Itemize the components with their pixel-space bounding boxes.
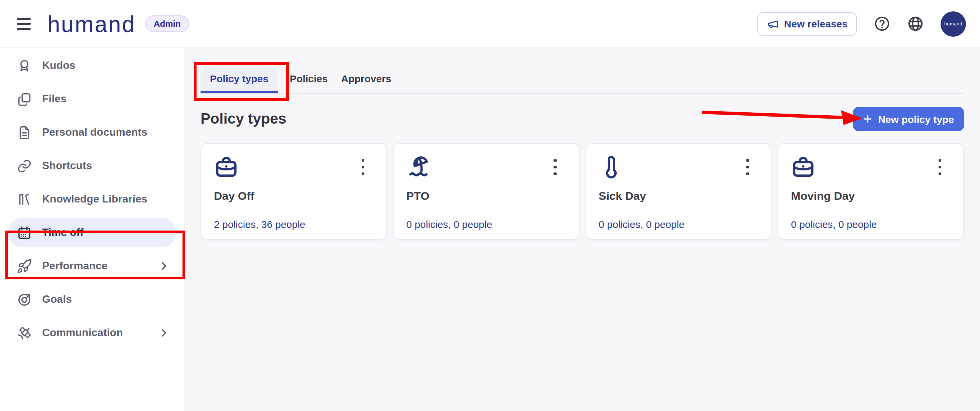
satellite-icon <box>17 325 32 341</box>
sidebar-nav: Kudos Files Personal documents Shortcuts… <box>0 48 185 411</box>
card-menu-kebab-icon[interactable] <box>548 154 563 180</box>
sidebar-item-files[interactable]: Files <box>8 84 177 114</box>
medal-icon <box>17 58 32 73</box>
card-menu-kebab-icon[interactable] <box>356 154 370 180</box>
target-icon <box>17 292 32 307</box>
card-title: PTO <box>406 190 566 203</box>
megaphone-icon <box>767 18 779 30</box>
policy-type-card-moving-day[interactable]: Moving Day 0 policies, 0 people <box>778 143 964 240</box>
sidebar-item-label: Time off <box>42 227 84 239</box>
sidebar-item-label: Files <box>42 93 67 105</box>
sidebar-item-kudos[interactable]: Kudos <box>8 51 177 80</box>
sidebar-item-label: Kudos <box>42 59 76 71</box>
card-meta: 0 policies, 0 people <box>791 219 951 230</box>
link-icon <box>17 158 32 173</box>
main-content: Policy types Policies Approvers Policy t… <box>185 48 980 411</box>
sidebar-item-label: Communication <box>42 327 123 339</box>
card-title: Moving Day <box>791 190 951 203</box>
document-icon <box>17 125 32 140</box>
card-meta: 2 policies, 36 people <box>214 219 374 230</box>
page-title: Policy types <box>200 110 286 128</box>
sidebar-item-label: Goals <box>42 294 72 305</box>
copy-icon <box>17 91 32 106</box>
tab-policies[interactable]: Policies <box>288 67 329 93</box>
policy-type-card-pto[interactable]: PTO 0 policies, 0 people <box>393 143 579 240</box>
card-title: Sick Day <box>599 190 759 203</box>
briefcase-icon <box>791 155 816 180</box>
beach-umbrella-icon <box>406 155 431 180</box>
chevron-right-icon <box>158 327 170 339</box>
sidebar-item-label: Knowledge Libraries <box>42 193 147 205</box>
policy-type-cards: Day Off 2 policies, 36 people PTO 0 poli… <box>200 143 964 240</box>
new-releases-button[interactable]: New releases <box>757 12 857 36</box>
card-title: Day Off <box>214 190 374 203</box>
humand-logo: humand <box>48 13 136 35</box>
help-icon[interactable] <box>874 15 891 32</box>
sidebar-item-goals[interactable]: Goals <box>8 285 177 314</box>
policy-type-card-day-off[interactable]: Day Off 2 policies, 36 people <box>200 143 387 240</box>
sidebar-item-label: Personal documents <box>42 126 147 138</box>
avatar-label: humand <box>944 21 962 26</box>
sidebar-item-performance[interactable]: Performance <box>8 251 177 281</box>
top-header: humand Admin New releases humand <box>0 0 980 48</box>
sidebar-item-knowledge-libraries[interactable]: Knowledge Libraries <box>8 184 177 214</box>
calendar-icon <box>17 225 32 240</box>
tab-approvers[interactable]: Approvers <box>340 67 393 93</box>
new-releases-label: New releases <box>784 18 848 29</box>
sidebar-item-communication[interactable]: Communication <box>8 318 177 348</box>
admin-badge: Admin <box>145 15 189 32</box>
user-avatar[interactable]: humand <box>940 11 966 36</box>
hamburger-menu-icon[interactable] <box>11 10 37 37</box>
sidebar-item-shortcuts[interactable]: Shortcuts <box>8 151 177 181</box>
policy-type-card-sick-day[interactable]: Sick Day 0 policies, 0 people <box>585 143 772 240</box>
tab-bar: Policy types Policies Approvers <box>200 67 964 94</box>
sidebar-item-time-off[interactable]: Time off <box>8 218 177 247</box>
sidebar-item-personal-documents[interactable]: Personal documents <box>8 117 177 147</box>
app-screen: humand Admin New releases humand Kudos F… <box>0 0 980 411</box>
briefcase-icon <box>214 155 239 180</box>
library-icon <box>17 192 32 207</box>
card-meta: 0 policies, 0 people <box>406 219 566 230</box>
chevron-right-icon <box>158 260 170 272</box>
sidebar-item-label: Shortcuts <box>42 160 92 172</box>
new-policy-type-label: New policy type <box>878 113 954 125</box>
globe-icon[interactable] <box>907 15 924 32</box>
new-policy-type-button[interactable]: New policy type <box>853 107 964 131</box>
card-menu-kebab-icon[interactable] <box>740 154 755 180</box>
sidebar-item-label: Performance <box>42 260 108 272</box>
rocket-icon <box>17 258 32 274</box>
card-meta: 0 policies, 0 people <box>599 219 759 230</box>
thermometer-icon <box>599 155 624 180</box>
plus-icon <box>863 114 872 124</box>
tab-policy-types[interactable]: Policy types <box>200 67 278 93</box>
title-row: Policy types New policy type <box>200 107 964 131</box>
card-menu-kebab-icon[interactable] <box>932 154 947 180</box>
